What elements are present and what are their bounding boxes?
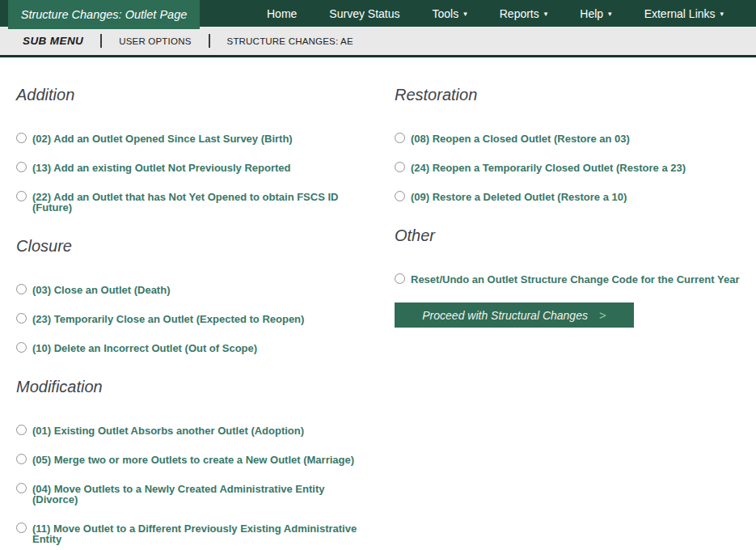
radio-option-label: (09) Restore a Deleted Outlet (Restore a… — [411, 191, 627, 202]
page-title-tab[interactable]: Structure Changes: Outlet Page — [8, 0, 200, 29]
radio-button[interactable] — [16, 133, 27, 143]
section-modification: Modification (01) Existing Outlet Absorb… — [16, 378, 395, 544]
radio-option-13[interactable]: (13) Add an existing Outlet Not Previous… — [16, 162, 395, 173]
section-heading-restoration: Restoration — [395, 86, 745, 104]
left-column: Addition (02) Add an Outlet Opened Since… — [16, 86, 395, 550]
nav-item-survey-status[interactable]: Survey Status — [329, 7, 399, 20]
radio-button[interactable] — [16, 313, 27, 324]
right-column: Restoration (08) Reopen a Closed Outlet … — [395, 86, 745, 550]
radio-button[interactable] — [395, 273, 405, 284]
radio-option-label: (02) Add an Outlet Opened Since Last Sur… — [32, 133, 293, 144]
radio-option-label: (11) Move Outlet to a Different Previous… — [32, 522, 357, 544]
caret-down-icon: ▾ — [608, 11, 612, 18]
section-other: Other Reset/Undo an Outlet Structure Cha… — [395, 226, 745, 285]
radio-button[interactable] — [16, 284, 27, 294]
radio-option-22[interactable]: (22) Add an Outlet that has Not Yet Open… — [16, 191, 395, 213]
structure-changes-form: Addition (02) Add an Outlet Opened Since… — [0, 57, 756, 550]
nav-item-label: Home — [267, 7, 297, 20]
radio-button[interactable] — [16, 522, 27, 533]
radio-option-05[interactable]: (05) Merge two or more Outlets to create… — [16, 454, 395, 465]
radio-option-label: (13) Add an existing Outlet Not Previous… — [32, 162, 291, 173]
nav-item-external-links[interactable]: External Links ▾ — [644, 7, 724, 20]
radio-option-11[interactable]: (11) Move Outlet to a Different Previous… — [16, 522, 395, 544]
radio-option-label: (08) Reopen a Closed Outlet (Restore an … — [411, 133, 630, 144]
nav-item-reports[interactable]: Reports ▾ — [500, 7, 548, 20]
radio-option-23[interactable]: (23) Temporarily Close an Outlet (Expect… — [16, 313, 395, 324]
submenu-item-structure-changes-ae[interactable]: STRUCTURE CHANGES: AE — [227, 36, 353, 46]
radio-button[interactable] — [16, 342, 27, 353]
radio-button[interactable] — [16, 454, 27, 464]
radio-option-reset-undo[interactable]: Reset/Undo an Outlet Structure Change Co… — [395, 273, 745, 285]
radio-option-01[interactable]: (01) Existing Outlet Absorbs another Out… — [16, 425, 395, 436]
submenu-divider — [100, 34, 102, 48]
radio-option-label: (05) Merge two or more Outlets to create… — [32, 454, 354, 465]
main-nav: Home Survey Status Tools ▾ Reports ▾ Hel… — [267, 0, 724, 27]
nav-item-label: Survey Status — [329, 7, 399, 20]
radio-option-label: (01) Existing Outlet Absorbs another Out… — [32, 425, 304, 436]
radio-option-04[interactable]: (04) Move Outlets to a Newly Created Adm… — [16, 483, 395, 505]
radio-option-label: (03) Close an Outlet (Death) — [32, 284, 170, 295]
section-heading-modification: Modification — [16, 378, 395, 396]
radio-option-24[interactable]: (24) Reopen a Temporarily Closed Outlet … — [395, 162, 745, 173]
radio-button[interactable] — [16, 425, 27, 435]
radio-button[interactable] — [16, 483, 27, 493]
radio-option-label: (24) Reopen a Temporarily Closed Outlet … — [411, 162, 686, 173]
radio-option-10[interactable]: (10) Delete an Incorrect Outlet (Out of … — [16, 342, 395, 353]
radio-button[interactable] — [395, 162, 405, 172]
top-navigation-bar: Structure Changes: Outlet Page Home Surv… — [0, 0, 756, 27]
submenu-bar: SUB MENU USER OPTIONS STRUCTURE CHANGES:… — [0, 27, 756, 57]
nav-item-label: External Links — [644, 7, 716, 20]
section-heading-closure: Closure — [16, 237, 395, 256]
radio-button[interactable] — [16, 191, 27, 201]
page-title: Structure Changes: Outlet Page — [21, 8, 188, 21]
nav-item-tools[interactable]: Tools ▾ — [433, 7, 467, 20]
nav-item-help[interactable]: Help ▾ — [580, 7, 611, 20]
radio-option-label: (23) Temporarily Close an Outlet (Expect… — [32, 313, 304, 324]
nav-item-label: Help — [580, 7, 603, 20]
submenu-item-user-options[interactable]: USER OPTIONS — [119, 36, 191, 46]
radio-option-02[interactable]: (02) Add an Outlet Opened Since Last Sur… — [16, 133, 395, 144]
proceed-button[interactable]: Proceed with Structural Changes > — [395, 302, 634, 328]
section-heading-addition: Addition — [16, 86, 395, 104]
proceed-button-label: Proceed with Structural Changes — [422, 309, 588, 322]
section-addition: Addition (02) Add an Outlet Opened Since… — [16, 86, 395, 213]
radio-button[interactable] — [395, 191, 405, 201]
submenu-divider — [209, 34, 210, 48]
caret-down-icon: ▾ — [544, 11, 548, 18]
section-heading-other: Other — [395, 226, 745, 245]
chevron-right-icon: > — [599, 308, 606, 322]
radio-option-label: Reset/Undo an Outlet Structure Change Co… — [411, 273, 739, 285]
radio-option-label: (10) Delete an Incorrect Outlet (Out of … — [32, 342, 257, 353]
caret-down-icon: ▾ — [720, 11, 724, 18]
nav-item-label: Reports — [500, 7, 539, 20]
radio-button[interactable] — [16, 162, 27, 172]
nav-item-home[interactable]: Home — [267, 7, 297, 20]
radio-option-label: (04) Move Outlets to a Newly Created Adm… — [32, 483, 324, 505]
section-closure: Closure (03) Close an Outlet (Death) (23… — [16, 237, 395, 353]
radio-option-08[interactable]: (08) Reopen a Closed Outlet (Restore an … — [395, 133, 745, 144]
radio-button[interactable] — [395, 133, 405, 143]
caret-down-icon: ▾ — [463, 11, 467, 18]
submenu-title: SUB MENU — [23, 35, 83, 47]
nav-item-label: Tools — [433, 7, 459, 20]
radio-option-03[interactable]: (03) Close an Outlet (Death) — [16, 284, 395, 295]
radio-option-09[interactable]: (09) Restore a Deleted Outlet (Restore a… — [395, 191, 745, 202]
section-restoration: Restoration (08) Reopen a Closed Outlet … — [395, 86, 745, 202]
radio-option-label: (22) Add an Outlet that has Not Yet Open… — [32, 191, 338, 213]
